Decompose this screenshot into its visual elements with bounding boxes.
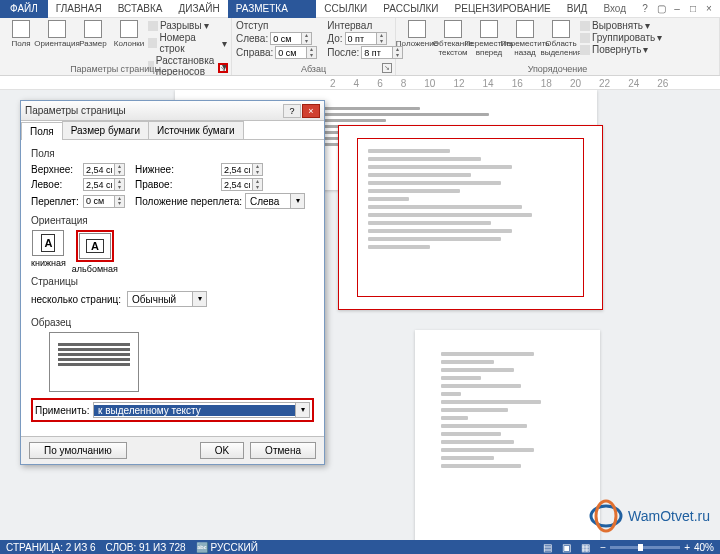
maximize-icon[interactable]: □ [686, 3, 700, 14]
group-arrange: Положение Обтекание текстом Переместить … [396, 18, 720, 75]
dialog-titlebar[interactable]: Параметры страницы ? × [21, 101, 324, 121]
group-page-setup: Поля Ориентация Размер Колонки Разрывы ▾… [0, 18, 232, 75]
paragraph-launcher[interactable]: ↘ [382, 63, 392, 73]
breaks-button[interactable]: Разрывы ▾ [148, 20, 227, 31]
window-controls: ? ▢ – □ × [634, 3, 720, 14]
tab-insert[interactable]: ВСТАВКА [110, 0, 171, 18]
line-numbers-button[interactable]: Номера строк ▾ [148, 32, 227, 54]
preview-box [49, 332, 139, 392]
zoom-in-icon[interactable]: + [684, 542, 690, 553]
group-paragraph: Отступ Слева:▴▾ Справа:▴▾ Интервал До:▴▾… [232, 18, 396, 75]
watermark: WamOtvet.ru [588, 498, 710, 534]
sample-section: Образец [31, 317, 314, 328]
orientation-portrait[interactable]: A книжная [31, 230, 66, 274]
tab-review[interactable]: РЕЦЕНЗИРОВАНИЕ [447, 0, 559, 18]
dialog-close-icon[interactable]: × [302, 104, 320, 118]
indent-label: Отступ [236, 20, 317, 31]
ribbon-collapse-icon[interactable]: ▢ [654, 3, 668, 14]
apply-combo[interactable]: к выделенному тексту▾ [93, 402, 310, 418]
ok-button[interactable]: OK [200, 442, 244, 459]
ribbon: Поля Ориентация Размер Колонки Разрывы ▾… [0, 18, 720, 76]
orientation-section: Ориентация [31, 215, 314, 226]
login-link[interactable]: Вход [595, 1, 634, 16]
tab-home[interactable]: ГЛАВНАЯ [48, 0, 110, 18]
horizontal-ruler[interactable]: 2468101214161820222426 [0, 76, 720, 90]
bottom-spin[interactable]: ▴▾ [221, 163, 263, 176]
space-after[interactable]: После:▴▾ [327, 46, 403, 59]
multi-combo[interactable]: Обычный▾ [127, 291, 207, 307]
logo-icon [588, 498, 624, 534]
rotate-button[interactable]: Повернуть ▾ [580, 44, 662, 55]
tab-margins[interactable]: Поля [21, 122, 63, 140]
status-words[interactable]: СЛОВ: 91 ИЗ 728 [106, 542, 186, 553]
dialog-help-icon[interactable]: ? [283, 104, 301, 118]
tab-source[interactable]: Источник бумаги [148, 121, 244, 139]
page-2-landscape [338, 125, 603, 310]
top-label: Верхнее: [31, 164, 83, 175]
position-button[interactable]: Положение [400, 20, 434, 57]
close-icon[interactable]: × [702, 3, 716, 14]
right-spin[interactable]: ▴▾ [221, 178, 263, 191]
tab-view[interactable]: ВИД [559, 0, 596, 18]
align-button[interactable]: Выровнять ▾ [580, 20, 662, 31]
interval-label: Интервал [327, 20, 403, 31]
multi-label: несколько страниц: [31, 294, 127, 305]
file-tab[interactable]: ФАЙЛ [0, 0, 48, 18]
top-spin[interactable]: ▴▾ [83, 163, 125, 176]
status-bar: СТРАНИЦА: 2 ИЗ 6 СЛОВ: 91 ИЗ 728 🔤 РУССК… [0, 540, 720, 554]
page-3 [415, 330, 600, 540]
gutter-pos-label: Положение переплета: [135, 196, 245, 207]
gutter-label: Переплет: [31, 196, 83, 207]
left-spin[interactable]: ▴▾ [83, 178, 125, 191]
cancel-button[interactable]: Отмена [250, 442, 316, 459]
margins-section: Поля [31, 148, 314, 159]
indent-right[interactable]: Справа:▴▾ [236, 46, 317, 59]
selection-pane-button[interactable]: Область выделения [544, 20, 578, 57]
left-label: Левое: [31, 179, 83, 190]
help-icon[interactable]: ? [638, 3, 652, 14]
menu-tabs: ФАЙЛ ГЛАВНАЯ ВСТАВКА ДИЗАЙН РАЗМЕТКА СТР… [0, 0, 720, 18]
view-print-icon[interactable]: ▤ [543, 542, 552, 553]
page-setup-launcher[interactable]: ↘ [218, 63, 228, 73]
default-button[interactable]: По умолчанию [29, 442, 127, 459]
status-page[interactable]: СТРАНИЦА: 2 ИЗ 6 [6, 542, 96, 553]
gutter-spin[interactable]: ▴▾ [83, 195, 125, 208]
view-web-icon[interactable]: ▦ [581, 542, 590, 553]
dialog-title: Параметры страницы [25, 105, 283, 116]
bottom-label: Нижнее: [135, 164, 221, 175]
pages-section: Страницы [31, 276, 314, 287]
tab-references[interactable]: ССЫЛКИ [316, 0, 375, 18]
tab-paper[interactable]: Размер бумаги [62, 121, 149, 139]
status-lang[interactable]: 🔤 РУССКИЙ [196, 542, 258, 553]
indent-left[interactable]: Слева:▴▾ [236, 32, 317, 45]
gutter-pos-combo[interactable]: Слева▾ [245, 193, 305, 209]
group-title: Упорядочение [396, 64, 719, 74]
page-setup-dialog: Параметры страницы ? × Поля Размер бумаг… [20, 100, 325, 465]
group-title: Параметры страницы [0, 64, 231, 74]
zoom-out-icon[interactable]: − [600, 542, 606, 553]
watermark-text: WamOtvet.ru [628, 508, 710, 524]
zoom-value[interactable]: 40% [694, 542, 714, 553]
orientation-landscape[interactable]: A альбомная [72, 230, 118, 274]
right-label: Правое: [135, 179, 221, 190]
view-read-icon[interactable]: ▣ [562, 542, 571, 553]
tab-page-layout[interactable]: РАЗМЕТКА СТРАНИЦЫ [228, 0, 317, 18]
zoom-slider[interactable]: − + 40% [600, 542, 714, 553]
send-back-button[interactable]: Переместить назад [508, 20, 542, 57]
dialog-tabs: Поля Размер бумаги Источник бумаги [21, 121, 324, 140]
space-before[interactable]: До:▴▾ [327, 32, 403, 45]
ruler-ticks: 2468101214161820222426 [330, 78, 700, 88]
apply-label: Применить: [35, 405, 93, 416]
tab-mailings[interactable]: РАССЫЛКИ [375, 0, 446, 18]
minimize-icon[interactable]: – [670, 3, 684, 14]
group-title: Абзац [232, 64, 395, 74]
tab-design[interactable]: ДИЗАЙН [171, 0, 228, 18]
apply-to-row: Применить: к выделенному тексту▾ [31, 398, 314, 422]
group-button[interactable]: Группировать ▾ [580, 32, 662, 43]
